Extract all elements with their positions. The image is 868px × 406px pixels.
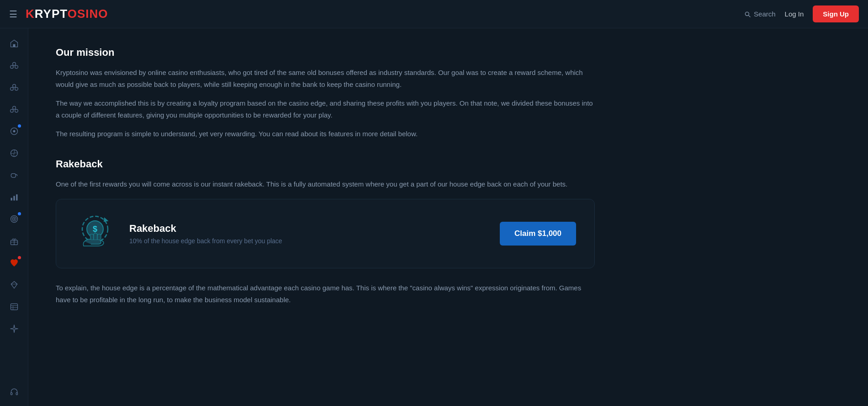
svg-point-9: [15, 109, 18, 112]
svg-rect-15: [13, 196, 15, 201]
svg-point-1: [12, 62, 16, 65]
sidebar-item-slots2[interactable]: [5, 78, 24, 97]
rakeback-illustration: $: [74, 213, 116, 254]
slots1-icon: [10, 61, 19, 70]
heart-dot: [18, 256, 21, 259]
sidebar-item-chart[interactable]: [5, 187, 24, 207]
rakeback-card-subtitle: 10% of the house edge back from every be…: [129, 237, 486, 245]
home-icon: [10, 39, 19, 48]
rakeback-card: $ Rakeback 10% of the house edge back fr…: [56, 199, 595, 268]
svg-point-8: [10, 109, 13, 112]
sidebar-item-table[interactable]: [5, 297, 24, 316]
table-icon: [10, 302, 19, 311]
svg-rect-27: [11, 393, 12, 395]
topnav-right: Search Log In Sign Up: [744, 5, 859, 22]
sidebar: [0, 28, 28, 406]
mission-title: Our mission: [56, 47, 595, 59]
mission-p3: The resulting program is simple to under…: [56, 128, 595, 140]
svg-rect-14: [11, 198, 12, 201]
recent-dot: [18, 124, 21, 128]
sidebar-item-slots3[interactable]: [5, 100, 24, 119]
slots3-icon: [10, 105, 19, 114]
logo-osino: OSINO: [68, 7, 108, 21]
sidebar-item-diamond[interactable]: [5, 275, 24, 294]
claim-button[interactable]: Claim $1,000: [500, 222, 576, 246]
headset-icon: [10, 387, 19, 396]
svg-point-2: [10, 65, 13, 69]
svg-marker-30: [102, 216, 109, 223]
rakeback-section: Rakeback One of the first rewards you wi…: [56, 158, 595, 306]
sidebar-item-sparkle[interactable]: [5, 319, 24, 338]
gift-icon: [10, 236, 19, 246]
svg-point-3: [15, 65, 18, 69]
svg-point-4: [12, 84, 16, 87]
sidebar-item-fight[interactable]: [5, 166, 24, 185]
svg-point-19: [13, 218, 15, 219]
svg-rect-16: [16, 194, 17, 200]
diamond-icon: [10, 280, 19, 289]
mission-p2: The way we accomplished this is by creat…: [56, 97, 595, 121]
sidebar-item-home[interactable]: [5, 34, 24, 53]
sidebar-item-headset[interactable]: [5, 382, 24, 401]
svg-point-5: [10, 87, 13, 91]
rakeback-heading: Rakeback: [56, 158, 595, 170]
rakeback-icon-wrap: $: [74, 213, 116, 254]
bottom-text: To explain, the house edge is a percenta…: [56, 282, 595, 305]
svg-text:$: $: [93, 224, 97, 234]
search-button[interactable]: Search: [744, 10, 776, 18]
slots2-icon: [10, 83, 19, 92]
svg-rect-0: [13, 44, 15, 47]
mission-p1: Kryptosino was envisioned by online casi…: [56, 67, 595, 90]
search-icon: [744, 11, 751, 18]
hamburger-menu[interactable]: ☰: [9, 9, 17, 20]
heart-icon: [10, 258, 19, 267]
rakeback-card-title: Rakeback: [129, 223, 486, 235]
signup-button[interactable]: Sign Up: [813, 5, 859, 22]
sidebar-item-slots1[interactable]: [5, 56, 24, 75]
sidebar-item-sports[interactable]: [5, 144, 24, 163]
search-label: Search: [754, 10, 776, 18]
svg-point-7: [12, 106, 16, 109]
target-icon: [10, 214, 19, 224]
svg-point-11: [13, 130, 15, 133]
chart-icon: [10, 192, 19, 202]
sparkle-icon: [10, 324, 19, 333]
svg-rect-13: [11, 174, 16, 177]
topnav-left: ☰ KRYPTOSINO: [9, 7, 108, 21]
recent-icon: [10, 127, 19, 136]
target-dot: [18, 212, 21, 215]
svg-marker-21: [11, 282, 17, 288]
rakeback-info: Rakeback 10% of the house edge back from…: [129, 223, 486, 245]
login-button[interactable]: Log In: [785, 10, 804, 18]
logo-rypt: RYPT: [35, 7, 68, 21]
svg-rect-28: [16, 393, 17, 395]
logo[interactable]: KRYPTOSINO: [26, 7, 108, 21]
svg-rect-23: [11, 304, 17, 310]
top-navigation: ☰ KRYPTOSINO Search Log In Sign Up: [0, 0, 868, 28]
sidebar-item-heart[interactable]: [5, 253, 24, 272]
sports-icon: [10, 149, 19, 158]
fight-icon: [10, 171, 19, 180]
sidebar-item-target[interactable]: [5, 209, 24, 229]
logo-k: K: [26, 7, 35, 21]
rakeback-desc: One of the first rewards you will come a…: [56, 178, 595, 190]
sidebar-item-recent[interactable]: [5, 122, 24, 141]
svg-point-6: [15, 87, 18, 91]
sidebar-item-gift[interactable]: [5, 231, 24, 251]
main-content: Our mission Kryptosino was envisioned by…: [28, 28, 622, 333]
